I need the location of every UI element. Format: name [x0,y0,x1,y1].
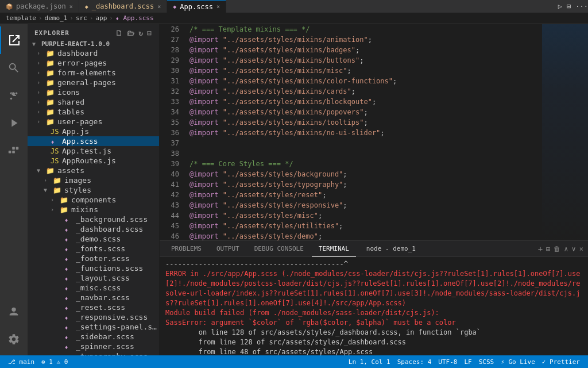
sidebar-item-form-elements[interactable]: › 📁 form-elements [28,68,159,78]
sidebar-item-spinner-scss[interactable]: › ⬧ _spinner.scss [28,342,159,351]
sidebar-item-components[interactable]: › 📁 components [28,195,159,205]
source-control-icon[interactable] [0,82,28,109]
sidebar-item-approutesjs[interactable]: › JS AppRoutes.js [28,156,159,166]
tab-output[interactable]: OUTPUT [210,241,246,257]
terminal-line: from line 48 of src/assets/styles/App.sc… [165,347,582,355]
terminal-section: PROBLEMS OUTPUT DEBUG CONSOLE TERMINAL n… [160,240,588,355]
terminal-icons: + ⊞ 🗑 ∧ ∨ × [538,244,583,254]
sep: › [38,14,42,22]
status-errors[interactable]: ⊗ 1 ⚠ 0 [38,355,71,368]
tab-app-scss[interactable]: ◆ App.scss × [167,0,226,13]
sidebar-item-dashboard-scss[interactable]: › ⬧ _dashboard.scss [28,224,159,234]
svg-rect-1 [12,151,15,154]
settings-icon[interactable] [0,325,28,353]
code-editor[interactable]: /* === Template mixins === */ @import ".… [184,24,542,240]
tab-package-json[interactable]: 📦 package.json × [0,0,79,13]
sidebar-item-styles[interactable]: ▼ 📁 styles [28,185,159,195]
status-language[interactable]: SCSS [475,355,498,368]
sidebar-item-assets[interactable]: ▼ 📁 assets [28,166,159,175]
sidebar-item-demo-scss[interactable]: › ⬧ _demo.scss [28,234,159,244]
status-encoding[interactable]: UTF-8 [435,355,461,368]
terminal-split-icon[interactable]: ⊞ [546,245,550,253]
sidebar-item-user-pages[interactable]: › 📁 user-pages [28,117,159,126]
status-ln-col[interactable]: Ln 1, Col 1 [345,355,394,368]
sidebar-item-fonts-scss[interactable]: › ⬧ _fonts.scss [28,244,159,254]
terminal-chevron-up-icon[interactable]: ∧ [564,245,568,253]
sidebar-item-shared[interactable]: › 📁 shared [28,97,159,107]
collapse-icon[interactable]: ⊟ [147,29,152,37]
sidebar-item-general-pages[interactable]: › 📁 general-pages [28,78,159,87]
status-git[interactable]: ⎇ main [5,355,38,368]
sidebar-item-typography-scss[interactable]: › ⬧ _typography.scss [28,351,159,355]
status-spaces[interactable]: Spaces: 4 [394,355,435,368]
tab-icon: ◆ [85,3,88,10]
sidebar-item-sidebar-scss[interactable]: › ⬧ _sidebar.scss [28,332,159,342]
sidebar-item-tables[interactable]: › 📁 tables [28,107,159,117]
sidebar-item-dashboard[interactable]: › 📁 dashboard [28,48,159,58]
sidebar-item-misc-scss[interactable]: › ⬧ _misc.scss [28,283,159,293]
sidebar-item-appjs[interactable]: › JS App.js [28,126,159,136]
status-prettier[interactable]: ✓ Prettier [539,355,583,368]
sidebar-item-responsive-scss[interactable]: › ⬧ _responsive.scss [28,312,159,322]
status-go-live[interactable]: ⚡ Go Live [497,355,539,368]
tab-dashboard-scss[interactable]: ◆ _dashboard.scss × [79,0,167,13]
minimap [542,24,588,240]
split-icon[interactable]: ⊟ [567,2,571,10]
terminal-tabs-bar: PROBLEMS OUTPUT DEBUG CONSOLE TERMINAL n… [160,241,588,257]
tab-icon: 📦 [6,3,13,10]
more-icon[interactable]: ··· [575,2,588,10]
search-icon[interactable] [0,54,28,82]
sep: › [69,14,74,22]
tab-label: package.json [16,2,66,10]
sep: › [90,14,94,22]
sidebar-item-background-scss[interactable]: › ⬧ _background.scss [28,214,159,224]
sidebar-item-appscss[interactable]: › ⬧ App.scss [28,136,159,146]
run-icon[interactable]: ▷ [558,2,562,10]
tab-close-icon[interactable]: × [69,3,73,10]
sidebar-item-functions-scss[interactable]: › ⬧ _functions.scss [28,263,159,273]
status-right-section: Ln 1, Col 1 Spaces: 4 UTF-8 LF SCSS ⚡ Go… [345,355,583,368]
tree-root[interactable]: ▼ PURPLE-REACT-1.0.0 [28,40,159,48]
tab-debug-console[interactable]: DEBUG CONSOLE [247,241,311,257]
line-numbers: 2627282930 3132333435 3637383940 4142434… [160,24,184,240]
tab-label: App.scss [180,3,213,11]
sidebar-item-error-pages[interactable]: › 📁 error-pages [28,58,159,68]
terminal-add-icon[interactable]: + [538,244,543,254]
new-folder-icon[interactable]: 🗁 [127,29,135,37]
tab-terminal[interactable]: TERMINAL [312,241,356,257]
extensions-icon[interactable] [0,137,28,164]
new-file-icon[interactable]: 🗋 [115,29,123,37]
explorer-icon[interactable] [0,26,28,54]
sidebar-item-footer-scss[interactable]: › ⬧ _footer.scss [28,254,159,263]
terminal-content[interactable]: ----------------------------------------… [160,257,588,355]
svg-rect-3 [16,147,19,150]
status-line-ending[interactable]: LF [461,355,475,368]
activity-bar [0,24,28,355]
refresh-icon[interactable]: ↻ [138,29,144,37]
terminal-chevron-down-icon[interactable]: ∨ [572,245,576,253]
svg-rect-2 [12,147,15,150]
sidebar-item-mixins[interactable]: › 📁 mixins [28,205,159,214]
sidebar-item-settings-panel-scss[interactable]: › ⬧ _settings-panel.scss [28,322,159,332]
breadcrumb: template › demo_1 › src › app › ⬧ App.sc… [0,13,588,24]
accounts-icon[interactable] [0,298,28,325]
sidebar-item-apptestjs[interactable]: › JS App.test.js [28,146,159,156]
sep: › [109,14,113,22]
tab-problems[interactable]: PROBLEMS [164,241,208,257]
sidebar-item-navbar-scss[interactable]: › ⬧ _navbar.scss [28,293,159,302]
status-bar: ⎇ main ⊗ 1 ⚠ 0 Ln 1, Col 1 Spaces: 4 UTF… [0,355,588,368]
tab-close-icon[interactable]: × [157,3,161,10]
terminal-line: ----------------------------------------… [165,259,582,269]
top-bar-icons: ▷ ⊟ ··· [558,2,588,10]
run-debug-icon[interactable] [0,109,28,137]
sidebar-item-reset-scss[interactable]: › ⬧ _reset.scss [28,302,159,312]
tab-label: _dashboard.scss [92,2,154,10]
terminal-trash-icon[interactable]: 🗑 [554,245,560,253]
sidebar-item-layout-scss[interactable]: › ⬧ _layout.scss [28,273,159,283]
sidebar-item-icons[interactable]: › 📁 icons [28,87,159,97]
terminal-close-icon[interactable]: × [579,245,583,253]
svg-point-4 [11,308,16,312]
sidebar-item-images[interactable]: › 📁 images [28,175,159,185]
tab-close-icon[interactable]: × [216,3,220,10]
terminal-line: from line 128 of src/assets/styles/_dash… [165,338,582,347]
